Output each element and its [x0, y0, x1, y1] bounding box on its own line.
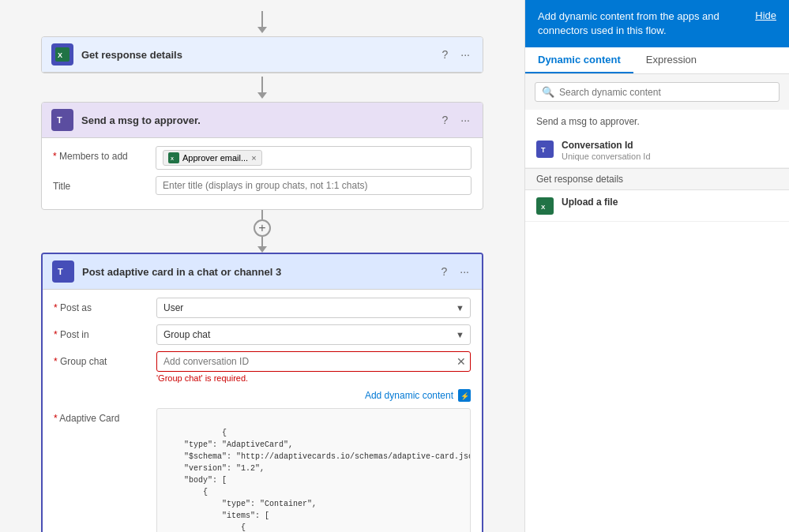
svg-text:T: T — [541, 146, 546, 154]
svg-text:T: T — [57, 115, 62, 125]
members-label: Members to add — [53, 146, 156, 162]
card-post-adaptive-icon: T — [52, 260, 74, 283]
card-post-adaptive-title: Post adaptive card in a chat or channel … — [82, 266, 438, 278]
post-in-field-row: Post in Group chat ▼ — [54, 324, 471, 345]
group-chat-clear-btn[interactable]: ✕ — [456, 356, 466, 367]
svg-text:⚡: ⚡ — [460, 392, 469, 400]
add-step-btn[interactable]: + — [254, 219, 271, 237]
panel-section1-title: Send a msg to approver. — [525, 110, 789, 133]
panel-item1-title: Conversation Id — [562, 140, 778, 151]
card-send-msg-help[interactable]: ? — [439, 112, 452, 128]
svg-text:X: X — [171, 156, 174, 161]
card-send-msg-actions: ? ··· — [439, 112, 473, 128]
panel-item-upload-file[interactable]: X Upload a file — [525, 190, 789, 222]
svg-text:X: X — [58, 51, 62, 59]
group-chat-input[interactable] — [156, 351, 471, 372]
group-chat-input-wrapper: ✕ — [156, 351, 471, 372]
title-input[interactable] — [156, 176, 472, 195]
tag-excel-icon: X — [168, 152, 179, 163]
card-get-response-actions: ? ··· — [439, 47, 473, 62]
tab-dynamic-content[interactable]: Dynamic content — [525, 47, 633, 73]
tag-close-btn[interactable]: × — [251, 154, 256, 163]
panel-item-conversation-id[interactable]: T Conversation Id Unique conversation Id — [525, 133, 789, 168]
card-send-msg-more[interactable]: ··· — [457, 112, 473, 128]
code-line1: { "type": "AdaptiveCard", "$schema": "ht… — [165, 429, 471, 532]
members-field-row: Members to add X Approver email... × — [53, 146, 472, 170]
card-post-adaptive-more[interactable]: ··· — [456, 264, 472, 279]
members-tag-input[interactable]: X Approver email... × — [156, 146, 472, 170]
post-as-field-row: Post as User ▼ — [54, 298, 471, 318]
panel-hide-btn[interactable]: Hide — [755, 9, 776, 21]
card-get-response-help[interactable]: ? — [439, 47, 452, 62]
card-send-msg-icon: T — [51, 109, 73, 131]
tab-expression[interactable]: Expression — [633, 47, 709, 73]
post-as-select[interactable]: User — [156, 298, 471, 318]
svg-text:T: T — [58, 267, 63, 276]
post-in-select-wrapper: Group chat ▼ — [156, 324, 471, 345]
adaptive-card-label: Adaptive Card — [54, 408, 156, 424]
card-post-adaptive-help[interactable]: ? — [438, 264, 451, 279]
panel-header: Add dynamic content from the apps and co… — [525, 0, 789, 47]
flow-steps: X Get response details ? ··· — [41, 8, 483, 532]
card-get-response-icon: X — [51, 43, 73, 66]
group-chat-field-row: Group chat ✕ 'Group chat' is required. — [54, 351, 471, 383]
svg-text:X: X — [541, 204, 546, 211]
search-input[interactable] — [559, 87, 772, 98]
post-in-select[interactable]: Group chat — [156, 324, 471, 345]
plus-connector: + — [254, 210, 271, 253]
panel-content: Send a msg to approver. T Conversation I… — [525, 110, 789, 532]
arrow-connector-top — [257, 11, 267, 33]
tag-label: Approver email... — [182, 153, 248, 163]
post-as-select-wrapper: User ▼ — [156, 298, 471, 318]
panel-item-teams-icon: T — [536, 140, 554, 158]
card-get-response-more[interactable]: ··· — [457, 47, 473, 62]
card-send-msg-title: Send a msg to approver. — [81, 114, 439, 126]
add-dynamic-label: Add dynamic content — [365, 390, 453, 401]
card-get-response: X Get response details ? ··· — [41, 36, 483, 73]
panel-tabs: Dynamic content Expression — [525, 47, 789, 74]
search-box: 🔍 — [535, 82, 780, 102]
panel-item1-subtitle: Unique conversation Id — [562, 152, 778, 161]
panel-section2-title: Get response details — [525, 168, 789, 190]
flow-canvas: X Get response details ? ··· — [0, 0, 524, 532]
search-icon: 🔍 — [542, 86, 554, 98]
card-send-msg: T Send a msg to approver. ? ··· Members … — [41, 102, 483, 210]
dynamic-content-panel: Add dynamic content from the apps and co… — [524, 0, 789, 532]
card-post-adaptive-actions: ? ··· — [438, 264, 472, 279]
panel-header-text: Add dynamic content from the apps and co… — [538, 9, 747, 38]
adaptive-card-code[interactable]: { "type": "AdaptiveCard", "$schema": "ht… — [156, 408, 471, 532]
card-get-response-title: Get response details — [81, 49, 439, 61]
group-chat-error: 'Group chat' is required. — [156, 373, 471, 383]
panel-item-excel-icon: X — [536, 197, 554, 215]
card-post-adaptive-header: T Post adaptive card in a chat or channe… — [43, 254, 482, 290]
add-dynamic-row[interactable]: Add dynamic content ⚡ — [54, 389, 471, 402]
group-chat-label: Group chat — [54, 351, 156, 367]
approver-tag: X Approver email... × — [163, 150, 262, 166]
group-chat-input-col: ✕ 'Group chat' is required. — [156, 351, 471, 383]
panel-item1-content: Conversation Id Unique conversation Id — [562, 140, 778, 161]
card-send-msg-body: Members to add X Approver email... × Tit… — [42, 138, 483, 209]
post-in-label: Post in — [54, 324, 156, 340]
card-send-msg-header: T Send a msg to approver. ? ··· — [42, 103, 483, 138]
title-label: Title — [53, 176, 156, 192]
post-as-label: Post as — [54, 298, 156, 313]
card-post-adaptive-body: Post as User ▼ Post in Group chat — [43, 290, 482, 532]
arrow-connector-1 — [257, 77, 267, 99]
card-post-adaptive: T Post adaptive card in a chat or channe… — [41, 253, 483, 532]
panel-search-area: 🔍 — [525, 74, 789, 110]
dynamic-icon: ⚡ — [458, 389, 471, 402]
panel-item2-content: Upload a file — [562, 197, 778, 208]
title-field-row: Title — [53, 176, 472, 195]
adaptive-card-field-row: Adaptive Card { "type": "AdaptiveCard", … — [54, 408, 471, 532]
panel-item2-title: Upload a file — [562, 197, 778, 208]
card-get-response-header: X Get response details ? ··· — [42, 37, 483, 73]
